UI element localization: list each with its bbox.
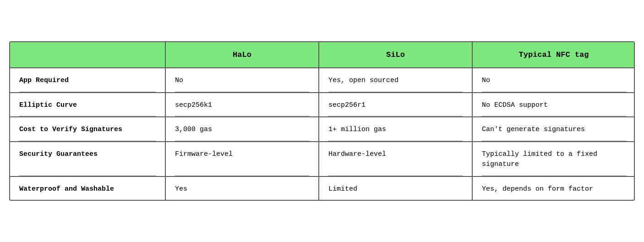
value-nfc-elliptic-curve: No ECDSA support <box>473 93 635 118</box>
feature-waterproof: Waterproof and Washable <box>10 177 166 200</box>
feature-security-guarantees: Security Guarantees <box>10 142 166 177</box>
feature-label-app-required: App Required <box>19 76 156 91</box>
value-nfc-security-guarantees: Typically limited to a fixed signature <box>473 142 635 177</box>
comparison-table: HaLo SiLo Typical NFC tag App Required N… <box>9 41 635 201</box>
feature-app-required: App Required <box>10 68 166 93</box>
value-halo-elliptic-curve: secp256k1 <box>166 93 319 118</box>
feature-label-cost-verify: Cost to Verify Signatures <box>19 125 156 140</box>
value-silo-waterproof: Limited <box>319 177 473 200</box>
value-silo-elliptic-curve: secp256r1 <box>319 93 473 118</box>
header-halo: HaLo <box>166 42 319 68</box>
value-nfc-waterproof: Yes, depends on form factor <box>473 177 635 200</box>
value-nfc-app-required: No <box>473 68 635 93</box>
header-silo: SiLo <box>319 42 473 68</box>
header-empty <box>10 42 166 68</box>
value-silo-app-required: Yes, open sourced <box>319 68 473 93</box>
feature-cost-verify: Cost to Verify Signatures <box>10 117 166 142</box>
value-silo-security-guarantees: Hardware-level <box>319 142 473 177</box>
table-grid: HaLo SiLo Typical NFC tag App Required N… <box>10 42 634 200</box>
feature-label-security-guarantees: Security Guarantees <box>19 149 156 165</box>
value-halo-waterproof: Yes <box>166 177 319 200</box>
value-nfc-cost-verify: Can't generate signatures <box>473 117 635 142</box>
value-halo-security-guarantees: Firmware-level <box>166 142 319 177</box>
feature-label-elliptic-curve: Elliptic Curve <box>19 100 156 116</box>
header-nfc: Typical NFC tag <box>473 42 635 68</box>
value-silo-cost-verify: 1+ million gas <box>319 117 473 142</box>
value-halo-app-required: No <box>166 68 319 93</box>
feature-elliptic-curve: Elliptic Curve <box>10 93 166 118</box>
feature-label-waterproof: Waterproof and Washable <box>19 184 156 199</box>
value-halo-cost-verify: 3,000 gas <box>166 117 319 142</box>
